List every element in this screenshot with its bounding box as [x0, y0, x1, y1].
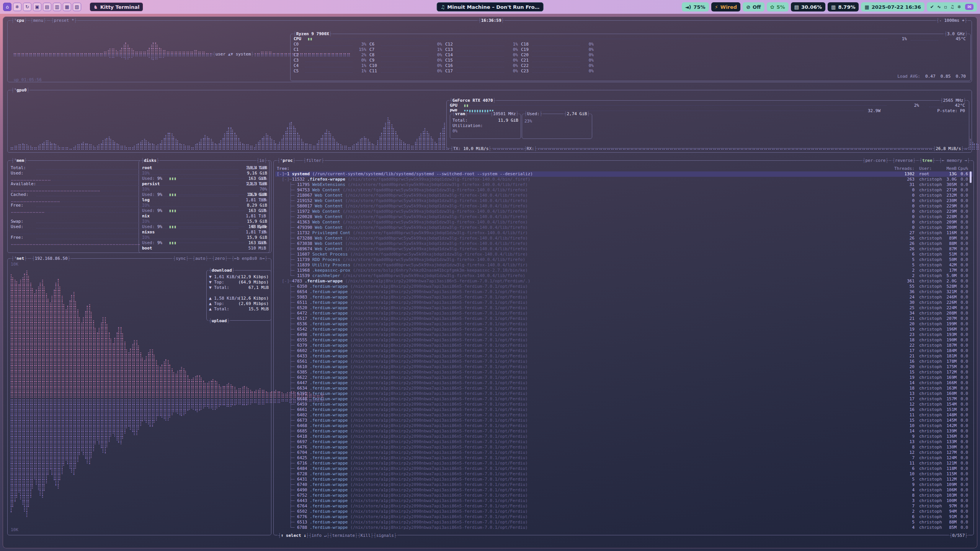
process-row[interactable]: ├─ 5983 .ferdium-wrappe (/nix/store/a1pj… [275, 295, 973, 300]
process-row[interactable]: ├─ 6433 .ferdium-wrappe (/nix/store/a1pj… [275, 354, 973, 359]
process-row[interactable]: ├─ 6513 .ferdium-wrappe (/nix/store/a1pj… [275, 520, 973, 525]
proc-scrollbar-thumb[interactable] [970, 171, 972, 183]
net-button--b-enp8s0-n-[interactable]: ┤←b enp8s0 n→├ [231, 256, 268, 261]
menu-button[interactable]: ┤menu├ [30, 18, 47, 23]
net-box-title[interactable]: ┤³net├ [11, 256, 28, 261]
process-row[interactable]: ├─ 94753 Web Content (/nix/store/fqadd0b… [275, 187, 973, 193]
process-row[interactable]: ├─ 673038 Web Content (/nix/store/fqadd0… [275, 241, 973, 246]
active-window-pill[interactable]: ♞ Kitty Terminal [90, 2, 143, 11]
process-row[interactable]: ├─ 6431 .ferdium-wrappe (/nix/store/a1pj… [275, 477, 973, 482]
process-row[interactable]: ├─ 6498 .ferdium-wrappe (/nix/store/a1pj… [275, 332, 973, 337]
workspace-cycle[interactable]: ↻ [23, 3, 31, 11]
process-row[interactable]: ├─ 689674 Web Content (/nix/store/fqadd0… [275, 246, 973, 252]
process-row[interactable]: ├─ 6402 .ferdium-wrappe (/nix/store/a1pj… [275, 412, 973, 418]
process-row[interactable]: ├─ 6536 .ferdium-wrappe (/nix/store/a1pj… [275, 321, 973, 327]
net-button-auto[interactable]: ┤auto├ [192, 256, 209, 261]
process-row[interactable]: ├─ 6472 .ferdium-wrappe (/nix/store/a1pj… [275, 311, 973, 316]
cpu-box-title[interactable]: ┤¹cpu├ [11, 18, 28, 23]
process-row[interactable]: ├─ 6511 .ferdium-wrappe (/nix/store/a1pj… [275, 300, 973, 305]
gpu-box[interactable]: ┤⁵gpu0├⠀⠀⠀⠀⠀⠀⠀⠀⠀⠀⠀⠀⠀⠀⠀⠀⠀⠀⠀⠀⠀⠀⠀⠀⠀⠀⠀⠀⠀⠀⠀⠀⠀… [7, 90, 972, 153]
process-row[interactable]: ├─ 6520 .ferdium-wrappe (/nix/store/a1pj… [275, 305, 973, 311]
proc-footer-Kill[interactable]: ┤Kill├ [357, 533, 374, 538]
process-row[interactable]: ├─ 6704 .ferdium-wrappe (/nix/store/a1pj… [275, 450, 973, 455]
workspace-5[interactable]: ▤ [43, 3, 51, 11]
proc-button-tree[interactable]: ┤tree├ [919, 158, 936, 163]
process-row[interactable]: ├─ 6418 .ferdium-wrappe (/nix/store/a1pj… [275, 434, 973, 439]
system-tray[interactable]: ✔∿▫♫❄✉ [927, 2, 977, 11]
process-row[interactable]: ├─ 6685 .ferdium-wrappe (/nix/store/a1pj… [275, 429, 973, 434]
proc-header-threads[interactable]: Threads: [884, 166, 915, 171]
proc-footer-signals[interactable]: ┤signals├ [373, 533, 397, 538]
workspace-4[interactable]: ▣ [33, 3, 41, 11]
process-row[interactable]: ├─ 6476 .ferdium-wrappe (/nix/store/a1pj… [275, 445, 973, 450]
process-row[interactable]: ├─ 41363 Web Content (/nix/store/fqadd0b… [275, 220, 973, 225]
process-row[interactable]: ├─ 218067 Web Content (/nix/store/fqadd0… [275, 193, 973, 198]
process-row[interactable]: ├─ 11972 Web Content (/nix/store/fqadd0b… [275, 209, 973, 214]
process-row[interactable]: ├─ 6716 .ferdium-wrappe (/nix/store/a1pj… [275, 461, 973, 466]
process-row[interactable]: ├─ 6484 .ferdium-wrappe (/nix/store/a1pj… [275, 466, 973, 471]
process-row[interactable]: ├─ 479390 Web Content (/nix/store/fqadd0… [275, 225, 973, 230]
process-row[interactable]: ├─ 11732 Privileged Cont (/nix/store/fqa… [275, 230, 973, 236]
process-row[interactable]: [-]─4783 .ferdium-wrappe (/nix/store/a1p… [275, 279, 973, 284]
process-row[interactable]: ├─ 6379 .ferdium-wrappe (/nix/store/a1pj… [275, 343, 973, 348]
process-row[interactable]: ├─ 6602 .ferdium-wrappe (/nix/store/a1pj… [275, 348, 973, 354]
preset-button[interactable]: ┤preset *├ [51, 18, 77, 23]
process-row[interactable]: ├─ 6728 .ferdium-wrappe (/nix/store/a1pj… [275, 471, 973, 477]
disks-io-toggle[interactable]: ┤io├ [256, 158, 268, 163]
process-row[interactable]: ├─ 6517 .ferdium-wrappe (/nix/store/a1pj… [275, 316, 973, 321]
proc-box-title[interactable]: ┤⁴proc├ [277, 158, 296, 163]
module-power-profile[interactable]: ✿5% [767, 2, 789, 11]
workspace-7[interactable]: ▦ [63, 3, 71, 11]
process-row[interactable]: ├─ 6752 .ferdium-wrappe (/nix/store/a1pj… [275, 493, 973, 498]
process-row[interactable]: [-]─1 systemd (/run/current-system/syste… [275, 171, 973, 177]
process-row[interactable]: ├─ 6385 .ferdium-wrappe (/nix/store/a1pj… [275, 370, 973, 375]
gpu-box-title[interactable]: ┤⁵gpu0├ [11, 88, 30, 93]
process-row[interactable]: └─ 11539 crashhelper (/nix/store/fqadd0b… [275, 273, 973, 279]
workspace-8[interactable]: ▧ [73, 3, 81, 11]
proc-header-cpu[interactable]: Cpu% [941, 166, 968, 171]
process-row[interactable]: ├─ 6622 .ferdium-wrappe (/nix/store/a1pj… [275, 375, 973, 380]
process-row[interactable]: ├─ 6350 .ferdium-wrappe (/nix/store/a1pj… [275, 284, 973, 289]
process-row[interactable]: ├─ 6468 .ferdium-wrappe (/nix/store/a1pj… [275, 423, 973, 429]
mem-box[interactable]: ┤²mem├Total:30,4 GiBUsed:9,16 GiB⣀⣀⣀⣀⣀⣀⣀… [7, 160, 271, 253]
process-row[interactable]: ├─ 220028 Web Content (/nix/store/fqadd0… [275, 214, 973, 220]
process-row[interactable]: ├─ 6542 .ferdium-wrappe (/nix/store/a1pj… [275, 327, 973, 332]
process-row[interactable]: ├─ 6391 .ferdium-wrappe (/nix/store/a1pj… [275, 391, 973, 396]
net-button-sync[interactable]: ┤sync├ [172, 256, 189, 261]
proc-footer--select-[interactable]: ┤↑ select ↓├ [278, 533, 309, 538]
workspace-nix[interactable]: ❄ [13, 3, 21, 11]
module-memory[interactable]: ▤30.06% [791, 2, 825, 11]
process-row[interactable]: ├─ 580017 Web Content (/nix/store/fqadd0… [275, 204, 973, 209]
process-row[interactable]: └─ 6788 .ferdium-wrappe (/nix/store/a1pj… [275, 525, 973, 530]
process-row[interactable]: [-]─11532 .firefox-wrappe (/nix/store/fq… [275, 177, 973, 182]
process-row[interactable]: ├─ 6561 .ferdium-wrappe (/nix/store/a1pj… [275, 359, 973, 364]
process-row[interactable]: ├─ 6490 .ferdium-wrappe (/nix/store/a1pj… [275, 487, 973, 493]
proc-button--memory-[interactable]: ┤← memory →├ [939, 158, 970, 163]
module-disk[interactable]: ▥8.79% [828, 2, 859, 11]
workspace-6[interactable]: ▥ [53, 3, 61, 11]
process-row[interactable]: ├─ 11607 Socket Process (/nix/store/fqad… [275, 252, 973, 257]
process-row[interactable]: ├─ 6555 .ferdium-wrappe (/nix/store/a1pj… [275, 337, 973, 343]
proc-header-tree[interactable]: Tree: [277, 166, 289, 171]
process-row[interactable]: ├─ 6425 .ferdium-wrappe (/nix/store/a1pj… [275, 455, 973, 461]
process-row[interactable]: ├─ 6740 .ferdium-wrappe (/nix/store/a1pj… [275, 482, 973, 487]
notification-bell-icon[interactable]: ✉ [965, 4, 973, 10]
process-row[interactable]: ├─ 11739 RDD Process (/nix/store/fqadd0b… [275, 257, 973, 262]
proc-footer-info-[interactable]: ┤info ↵├ [308, 533, 330, 538]
process-row[interactable]: ├─ 6673 .ferdium-wrappe (/nix/store/a1pj… [275, 418, 973, 423]
proc-button-reverse[interactable]: ┤reverse├ [892, 158, 916, 163]
mem-box-title[interactable]: ┤²mem├ [11, 158, 28, 163]
process-row[interactable]: ├─ 6697 .ferdium-wrappe (/nix/store/a1pj… [275, 439, 973, 445]
proc-footer-terminate[interactable]: ┤terminate├ [329, 533, 358, 538]
music-pill[interactable]: ♫ Minuit Machine – Don't Run Fro… [437, 2, 544, 11]
process-row[interactable]: ├─ 219152 Web Content (/nix/store/fqadd0… [275, 198, 973, 204]
process-row[interactable]: ├─ 6610 .ferdium-wrappe (/nix/store/a1pj… [275, 364, 973, 370]
cpu-box[interactable]: ┤¹cpu├┤menu├┤preset *├┤16:36:59├┤- 1000m… [7, 20, 972, 82]
process-row[interactable]: ├─ 6661 .ferdium-wrappe (/nix/store/a1pj… [275, 407, 973, 412]
process-row[interactable]: ├─ 6459 .ferdium-wrappe (/nix/store/a1pj… [275, 402, 973, 407]
proc-button-per-core[interactable]: ┤per-core├ [862, 158, 889, 163]
module-clock[interactable]: ▦2025-07-22 16:36 [861, 2, 924, 11]
workspace-home[interactable]: ⌂ [3, 3, 11, 11]
update-interval-control[interactable]: ┤- 1000ms +├ [936, 18, 968, 23]
process-row[interactable]: ├─ 11795 WebExtensions (/nix/store/fqadd… [275, 182, 973, 187]
